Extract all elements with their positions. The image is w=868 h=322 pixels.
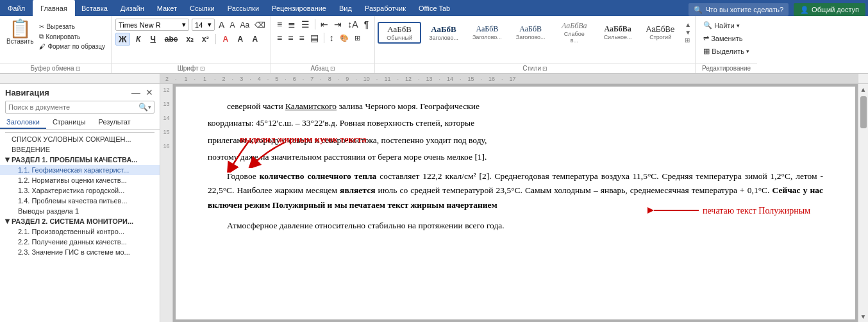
align-center-button[interactable]: ≡ — [286, 32, 295, 44]
clear-format-button[interactable]: ⌫ — [253, 21, 267, 30]
nav-search-input[interactable] — [8, 103, 138, 111]
text-effect-button[interactable]: A — [219, 33, 232, 45]
section1-triangle: ▶ — [4, 158, 11, 162]
doc-paragraph-2: координаты: 45°12′с.ш. – 33°22′в.д. Ровн… — [208, 116, 823, 130]
style-h2[interactable]: АаБбВ Заголово... — [466, 22, 508, 43]
nav-item-2-3[interactable]: 2.3. Значение ГИС в системе мо... — [0, 247, 160, 257]
vertical-ruler: 12 13 14 15 16 — [160, 84, 173, 322]
font-size-increase-button[interactable]: A — [217, 20, 226, 30]
underline-button[interactable]: Ч — [147, 33, 160, 45]
paste-button[interactable]: 📋 Вставить — [4, 19, 36, 46]
style-subtle[interactable]: АаБбВа Слабое в... — [553, 19, 596, 46]
nav-item-section1[interactable]: ▶ РАЗДЕЛ 1. ПРОБЛЕМЫ КАЧЕСТВА... — [0, 155, 160, 165]
section2-triangle: ▶ — [4, 219, 11, 224]
select-button[interactable]: ▦ Выделить ▾ — [701, 46, 752, 56]
borders-button[interactable]: ⊞ — [353, 33, 362, 43]
ribbon-tab-file[interactable]: Файл — [0, 0, 33, 16]
nav-item-1-2[interactable]: 1.2. Нормативы оценки качеств... — [0, 175, 160, 185]
nav-item-conclusions1[interactable]: Выводы раздела 1 — [0, 206, 160, 216]
nav-item-1-4[interactable]: 1.4. Проблемы качества питьев... — [0, 196, 160, 206]
arrow-annotation2 — [647, 204, 699, 217]
decrease-indent-button[interactable]: ⇤ — [319, 19, 330, 30]
scrollbar-vertical[interactable]: ▲ ▼ — [858, 84, 868, 322]
shading-button[interactable]: 🎨 — [338, 33, 351, 43]
format-painter-label: Формат по образцу — [47, 43, 105, 50]
ribbon-tab-layout[interactable]: Макет — [151, 0, 183, 16]
align-left-button[interactable]: ≡ — [275, 32, 284, 44]
sort-button[interactable]: ↕A — [346, 19, 360, 30]
ribbon-tab-review[interactable]: Рецензирование — [265, 0, 333, 16]
nav-item-2-1[interactable]: 2.1. Производственный контро... — [0, 226, 160, 237]
copy-icon: ⧉ — [39, 33, 44, 40]
styles-scroll-down[interactable]: ▼ — [683, 29, 692, 36]
document-area: 12 13 14 15 16 северной части Каламитско… — [160, 84, 868, 322]
text-highlight-button[interactable]: A — [234, 33, 247, 45]
nav-item-2-2[interactable]: 2.2. Получение данных качеств... — [0, 237, 160, 247]
ribbon-tab-mailings[interactable]: Рассылки — [221, 0, 265, 16]
nav-item-section2[interactable]: ▶ РАЗДЕЛ 2. СИСТЕМА МОНИТОРИ... — [0, 216, 160, 226]
bold-button[interactable]: Ж — [115, 33, 130, 46]
annotation-bold2-label: печатаю текст Полужирным — [703, 203, 810, 218]
navigation-pane: Навигация — ✕ 🔍 ▾ Заголовки Страницы Рез… — [0, 84, 160, 322]
style-normal[interactable]: АаБбВ Обычный — [378, 22, 421, 44]
font-name-selector[interactable]: Times New R▾ — [115, 19, 189, 31]
ribbon-tab-references[interactable]: Ссылки — [183, 0, 221, 16]
increase-indent-button[interactable]: ⇥ — [332, 19, 344, 30]
nav-minimize-button[interactable]: — — [130, 87, 142, 97]
search-box-ribbon[interactable]: 🔍 Что вы хотите сделать? — [689, 3, 789, 16]
font-color-button[interactable]: A — [249, 33, 262, 45]
styles-more[interactable]: ⊞ — [683, 37, 692, 44]
numbered-list-button[interactable]: ≣ — [286, 19, 297, 30]
bullets-button[interactable]: ≡ — [275, 19, 284, 30]
scroll-up-button[interactable]: ▲ — [860, 84, 867, 95]
editing-group-label: Редактирование — [696, 64, 757, 72]
justify-button[interactable]: ▤ — [308, 32, 321, 44]
style-strict[interactable]: АаБбВе Строгий — [640, 22, 681, 43]
share-button[interactable]: 👤 Общий доступ — [794, 3, 865, 16]
format-painter-icon: 🖌 — [39, 43, 46, 50]
document-page[interactable]: северной части Каламитского залива Черно… — [176, 87, 855, 319]
copy-button[interactable]: ⧉ Копировать — [37, 32, 107, 41]
scroll-down-button[interactable]: ▼ — [860, 311, 867, 322]
nav-item-shortcuts[interactable]: СПИСОК УСЛОВНЫХ СОКРАЩЕН... — [0, 134, 160, 144]
scroll-thumb[interactable] — [860, 96, 867, 128]
style-strong[interactable]: АаБбВа Сильное... — [597, 22, 638, 43]
nav-item-1-3[interactable]: 1.3. Характеристика городской... — [0, 185, 160, 196]
italic-button[interactable]: К — [132, 33, 145, 45]
nav-item-1-1[interactable]: 1.1. Геофизическая характерист... — [0, 165, 160, 175]
font-size-decrease-button[interactable]: A — [228, 21, 236, 30]
ribbon-tab-officetab[interactable]: Office Tab — [412, 0, 456, 16]
nav-item-intro[interactable]: ВВЕДЕНИЕ — [0, 144, 160, 155]
replace-button[interactable]: ⇌ Заменить — [701, 33, 752, 44]
style-h3[interactable]: АаБбВ Заголово... — [510, 22, 552, 43]
nav-search-box[interactable]: 🔍 ▾ — [5, 101, 154, 114]
show-marks-button[interactable]: ¶ — [362, 19, 371, 30]
align-right-button[interactable]: ≡ — [297, 32, 306, 44]
ribbon-tab-home[interactable]: Главная — [33, 0, 75, 16]
nav-tab-pages[interactable]: Страницы — [46, 116, 92, 129]
ribbon-tab-design[interactable]: Дизайн — [114, 0, 151, 16]
line-spacing-button[interactable]: ↕ — [328, 32, 336, 44]
nav-search-icon[interactable]: 🔍 — [138, 103, 148, 112]
subscript-button[interactable]: x₂ — [183, 33, 197, 45]
find-button[interactable]: 🔍 Найти ▾ — [701, 20, 752, 31]
format-painter-button[interactable]: 🖌 Формат по образцу — [37, 42, 107, 51]
superscript-button[interactable]: x² — [199, 33, 212, 45]
select-icon: ▦ — [703, 47, 710, 55]
nav-tab-results[interactable]: Результат — [92, 116, 137, 129]
cut-button[interactable]: ✂ Вырезать — [37, 22, 107, 31]
strikethrough-button[interactable]: abc — [162, 33, 181, 45]
doc-paragraph-atmosphere: Атмосферное давление относительно стабил… — [208, 219, 823, 233]
ribbon-tab-developer[interactable]: Разработчик — [358, 0, 412, 16]
styles-scroll-up[interactable]: ▲ — [683, 21, 692, 28]
font-size-selector[interactable]: 14▾ — [192, 19, 215, 31]
change-case-button[interactable]: Aa — [238, 21, 251, 30]
paste-icon: 📋 — [9, 20, 31, 38]
style-h1[interactable]: АаБбВ Заголово... — [422, 22, 465, 44]
nav-close-button[interactable]: ✕ — [144, 87, 154, 97]
ribbon-tab-view[interactable]: Вид — [333, 0, 358, 16]
nav-tab-headings[interactable]: Заголовки — [0, 116, 46, 129]
nav-search-dropdown[interactable]: ▾ — [148, 104, 151, 110]
multilevel-list-button[interactable]: ☰ — [299, 19, 312, 30]
ribbon-tab-insert[interactable]: Вставка — [75, 0, 114, 16]
